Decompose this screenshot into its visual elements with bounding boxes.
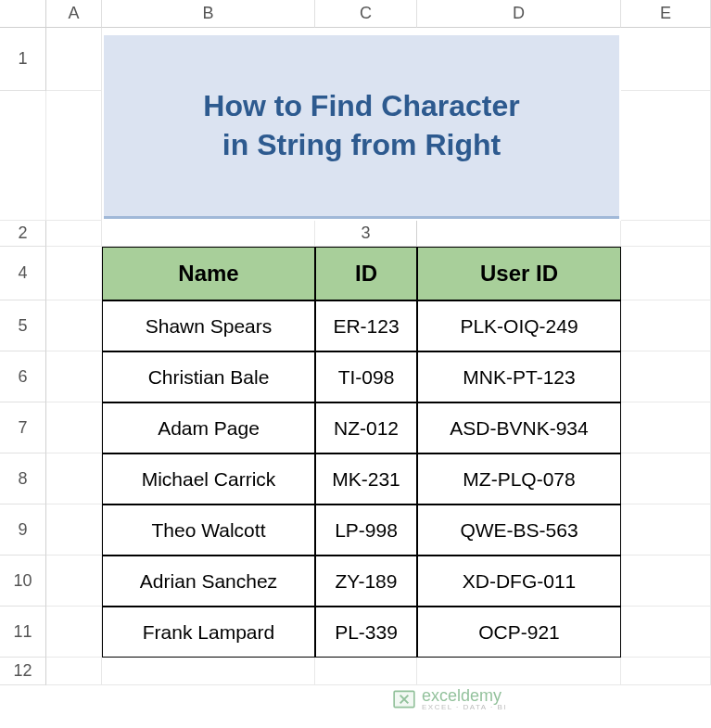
cell-d12[interactable] — [417, 658, 621, 685]
table-row[interactable]: Adrian Sanchez — [102, 556, 315, 607]
table-row[interactable]: LP-998 — [315, 504, 417, 556]
cell-a6[interactable] — [46, 351, 102, 402]
table-row[interactable]: QWE-BS-563 — [417, 504, 621, 556]
table-header-id[interactable]: ID — [315, 247, 417, 300]
cell-b1[interactable] — [621, 28, 711, 91]
corner-cell[interactable] — [0, 0, 46, 28]
cell-d1[interactable] — [46, 91, 102, 221]
cell-a2[interactable] — [46, 221, 102, 247]
table-row[interactable]: NZ-012 — [315, 402, 417, 453]
row-header-7[interactable]: 7 — [0, 402, 46, 453]
table-row[interactable]: MZ-PLQ-078 — [417, 453, 621, 504]
cell-a1[interactable] — [46, 28, 102, 91]
cell-e3[interactable] — [621, 221, 711, 247]
table-row[interactable]: ZY-189 — [315, 556, 417, 607]
cell-a4[interactable] — [46, 247, 102, 300]
cell-e6[interactable] — [621, 351, 711, 402]
table-header-userid[interactable]: User ID — [417, 247, 621, 300]
table-header-name[interactable]: Name — [102, 247, 315, 300]
table-row[interactable]: Christian Bale — [102, 351, 315, 402]
table-row[interactable]: TI-098 — [315, 351, 417, 402]
cell-e10[interactable] — [621, 556, 711, 607]
table-row[interactable]: Michael Carrick — [102, 453, 315, 504]
table-row[interactable]: Theo Walcott — [102, 504, 315, 556]
watermark-sub: EXCEL · DATA · BI — [422, 704, 507, 711]
cell-c1[interactable] — [0, 91, 46, 221]
excel-icon — [392, 687, 416, 711]
row-header-8[interactable]: 8 — [0, 453, 46, 504]
row-header-12[interactable]: 12 — [0, 658, 46, 685]
cell-a5[interactable] — [46, 300, 102, 351]
col-header-b[interactable]: B — [102, 0, 315, 28]
title-box[interactable]: How to Find Character in String from Rig… — [104, 35, 619, 219]
row-header-11[interactable]: 11 — [0, 607, 46, 658]
cell-a12[interactable] — [46, 658, 102, 685]
col-header-a[interactable]: A — [46, 0, 102, 28]
row-header-1[interactable]: 1 — [0, 28, 46, 91]
table-row[interactable]: PL-339 — [315, 607, 417, 658]
row-header-3[interactable]: 3 — [315, 221, 417, 247]
watermark: exceldemy EXCEL · DATA · BI — [392, 687, 507, 711]
col-header-e[interactable]: E — [621, 0, 711, 28]
cell-e12[interactable] — [621, 658, 711, 685]
row-header-6[interactable]: 6 — [0, 351, 46, 402]
cell-e9[interactable] — [621, 504, 711, 556]
table-row[interactable]: Frank Lampard — [102, 607, 315, 658]
cell-a11[interactable] — [46, 607, 102, 658]
cell-e5[interactable] — [621, 300, 711, 351]
row-header-2[interactable]: 2 — [0, 221, 46, 247]
cell-e1[interactable] — [621, 91, 711, 221]
cell-c12[interactable] — [315, 658, 417, 685]
cell-b12[interactable] — [102, 658, 315, 685]
cell-e7[interactable] — [621, 402, 711, 453]
table-row[interactable]: ASD-BVNK-934 — [417, 402, 621, 453]
cell-a9[interactable] — [46, 504, 102, 556]
cell-e11[interactable] — [621, 607, 711, 658]
table-row[interactable]: XD-DFG-011 — [417, 556, 621, 607]
row-header-5[interactable]: 5 — [0, 300, 46, 351]
cell-e2[interactable] — [102, 221, 315, 247]
watermark-main: exceldemy — [422, 687, 507, 704]
title-line2: in String from Right — [222, 126, 501, 165]
cell-a3[interactable] — [417, 221, 621, 247]
spreadsheet-grid: A B C D E 1 2 How to Find Character in S… — [0, 0, 711, 685]
table-row[interactable]: OCP-921 — [417, 607, 621, 658]
col-header-d[interactable]: D — [417, 0, 621, 28]
row-header-4[interactable]: 4 — [0, 247, 46, 300]
cell-a7[interactable] — [46, 402, 102, 453]
row-header-9[interactable]: 9 — [0, 504, 46, 556]
cell-a8[interactable] — [46, 453, 102, 504]
cell-a10[interactable] — [46, 556, 102, 607]
table-row[interactable]: ER-123 — [315, 300, 417, 351]
watermark-text: exceldemy EXCEL · DATA · BI — [422, 687, 507, 711]
table-row[interactable]: Adam Page — [102, 402, 315, 453]
cell-e4[interactable] — [621, 247, 711, 300]
cell-e8[interactable] — [621, 453, 711, 504]
row-header-10[interactable]: 10 — [0, 556, 46, 607]
table-row[interactable]: MK-231 — [315, 453, 417, 504]
title-line1: How to Find Character — [203, 87, 519, 126]
table-row[interactable]: MNK-PT-123 — [417, 351, 621, 402]
table-row[interactable]: Shawn Spears — [102, 300, 315, 351]
table-row[interactable]: PLK-OIQ-249 — [417, 300, 621, 351]
col-header-c[interactable]: C — [315, 0, 417, 28]
